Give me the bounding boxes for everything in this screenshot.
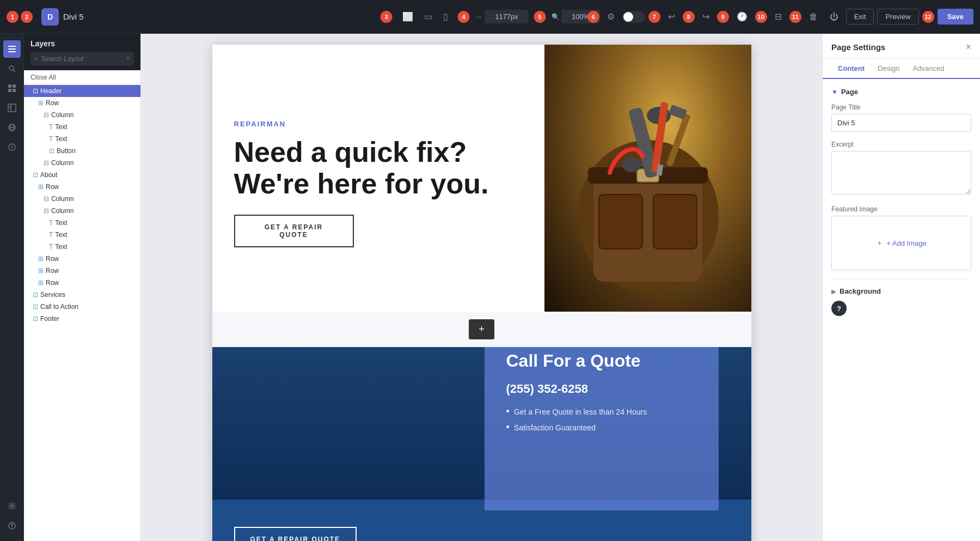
tab-design[interactable]: Design (871, 59, 906, 79)
search-layout-input[interactable] (41, 55, 123, 63)
bg-arrow-icon: ▶ (831, 288, 836, 295)
width-control: ↔ 1177px (475, 10, 529, 23)
layer-item-col3[interactable]: ⊟ Column (24, 193, 140, 205)
layers-panel: Layers Close All ⊡ Header ⊞ Row (24, 34, 141, 541)
help-icon-btn[interactable] (3, 517, 21, 534)
num-badge-4: 4 (458, 11, 470, 23)
svg-rect-5 (8, 84, 11, 88)
save-button[interactable]: Save (938, 9, 973, 25)
mobile-view-btn[interactable]: ▯ (439, 8, 452, 25)
svg-rect-26 (599, 194, 642, 249)
layer-item-col4[interactable]: ⊟ Column (24, 205, 140, 217)
add-row-btn[interactable]: + (469, 319, 494, 339)
redo-btn[interactable]: ↪ (698, 8, 714, 25)
power-btn[interactable]: ⏻ (825, 9, 843, 25)
page-settings-tabs: Content Design Advanced (823, 59, 980, 79)
history-icon-btn[interactable] (3, 138, 21, 156)
zoom-icon: 🔍 (552, 13, 560, 21)
svg-line-4 (13, 70, 15, 72)
background-section: ▶ Background (831, 279, 971, 295)
theme-toggle[interactable] (622, 11, 645, 23)
layer-item-row1[interactable]: ⊞ Row (24, 97, 140, 109)
hero-cta-btn[interactable]: GET A REPAIR QUOTE (234, 215, 354, 247)
app-logo: D (41, 8, 59, 26)
layer-item-services[interactable]: ⊡ Services (24, 289, 140, 301)
layers-title: Layers (30, 39, 134, 48)
num-badge-3: 3 (381, 11, 393, 23)
layer-item-row3[interactable]: ⊞ Row (24, 253, 140, 265)
layers-icon-btn[interactable] (3, 40, 21, 58)
tab-advanced[interactable]: Advanced (906, 59, 951, 79)
num-badge-9: 9 (717, 11, 729, 23)
page-settings-title: Page Settings (831, 42, 885, 52)
background-toggle[interactable]: ▶ Background (831, 287, 971, 295)
svg-rect-6 (13, 84, 16, 88)
global-icon-btn[interactable] (3, 119, 21, 136)
page-section-label: Page (841, 88, 858, 96)
plus-image-icon: ＋ (876, 238, 883, 248)
tool-bag-svg (566, 64, 730, 293)
layer-item-row4[interactable]: ⊞ Row (24, 265, 140, 277)
hero-section: REPAIRMAN Need a quick fix? We're here f… (212, 45, 751, 312)
layout-btn[interactable]: ⊟ (770, 8, 786, 25)
svg-line-20 (37, 59, 38, 60)
page-title-label: Page Title (831, 104, 971, 111)
trash-btn[interactable]: 🗑 (805, 9, 822, 25)
layer-item-row2[interactable]: ⊞ Row (24, 181, 140, 193)
hero-right (544, 45, 751, 312)
close-all-button[interactable]: Close All (24, 70, 140, 85)
settings-sidebar-btn[interactable] (3, 497, 21, 515)
tablet-view-btn[interactable]: ▭ (420, 8, 437, 25)
toolbar: 1 2 D Divi 5 3 ⬜ ▭ ▯ 4 ↔ 1177px 5 🔍 100% (0, 0, 980, 34)
page-settings-header: Page Settings × (823, 34, 980, 59)
badge-2-area: 2 (21, 11, 37, 23)
num-badge-8: 8 (683, 11, 695, 23)
hero-tag: REPAIRMAN (234, 120, 523, 128)
layers-header: Layers (24, 34, 140, 70)
num-badge-5: 5 (534, 11, 546, 23)
cta-phone: (255) 352-6258 (506, 382, 697, 396)
num-badge-10: 10 (755, 11, 767, 23)
layer-item-text2[interactable]: T Text (24, 133, 140, 145)
layer-item-col1[interactable]: ⊟ Column (24, 109, 140, 121)
width-input[interactable]: 1177px (485, 10, 529, 23)
layer-item-cta[interactable]: ⊡ Call to Action (24, 301, 140, 313)
excerpt-textarea[interactable] (831, 151, 971, 194)
components-icon-btn[interactable] (3, 80, 21, 97)
layer-item-text1[interactable]: T Text (24, 121, 140, 133)
hero-heading: Need a quick fix? We're here for you. (234, 137, 523, 199)
layer-item-text4[interactable]: T Text (24, 229, 140, 241)
background-label: Background (840, 287, 881, 295)
layer-item-row5[interactable]: ⊞ Row (24, 277, 140, 289)
layer-item-col2[interactable]: ⊟ Column (24, 157, 140, 169)
add-image-label: + Add Image (886, 239, 926, 247)
svg-rect-9 (8, 104, 16, 112)
settings-icon-btn[interactable]: ⚙ (603, 8, 619, 25)
help-button[interactable]: ? (831, 301, 847, 316)
undo-btn[interactable]: ↩ (664, 8, 679, 25)
tab-content[interactable]: Content (831, 59, 871, 79)
featured-image-label: Featured Image (831, 205, 971, 213)
svg-rect-27 (653, 194, 697, 249)
search-icon-btn[interactable] (3, 60, 21, 77)
svg-rect-2 (8, 51, 16, 52)
exit-button[interactable]: Exit (846, 9, 874, 25)
layer-item-footer[interactable]: ⊡ Footer (24, 313, 140, 325)
layer-item-text3[interactable]: T Text (24, 217, 140, 229)
layer-item-header[interactable]: ⊡ Header (24, 85, 140, 97)
num-badge-11: 11 (789, 11, 801, 23)
add-image-btn[interactable]: ＋ + Add Image (831, 216, 971, 270)
page-title-input[interactable] (831, 114, 971, 132)
layer-item-about[interactable]: ⊡ About (24, 169, 140, 181)
close-panel-btn[interactable]: × (965, 41, 971, 53)
cta-bullet-2: Satisfaction Guaranteed (506, 422, 697, 433)
desktop-view-btn[interactable]: ⬜ (398, 8, 418, 25)
svg-rect-0 (8, 46, 16, 47)
num-badge-2: 2 (21, 11, 33, 23)
layer-item-text5[interactable]: T Text (24, 241, 140, 253)
preview-button[interactable]: Preview (877, 9, 918, 25)
layer-item-button1[interactable]: ⊡ Button (24, 145, 140, 157)
bottom-cta-btn[interactable]: GET A REPAIR QUOTE (234, 527, 357, 541)
layout-icon-btn[interactable] (3, 99, 21, 117)
history-btn[interactable]: 🕐 (732, 8, 752, 25)
